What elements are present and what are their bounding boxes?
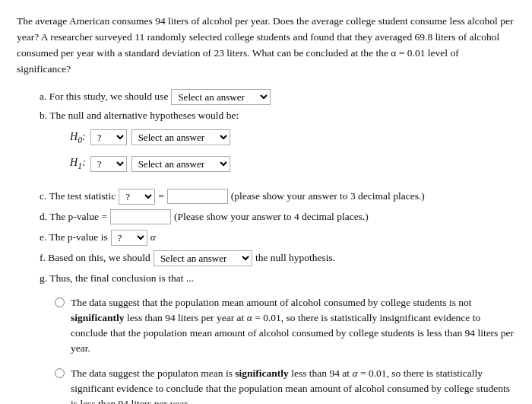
h1-symbol: H1: bbox=[70, 154, 86, 174]
part-d-row: d. The p-value = (Please show your answe… bbox=[40, 208, 515, 226]
part-c-hint: (please show your answer to 3 decimal pl… bbox=[231, 188, 425, 205]
intro-text: The average American consumes 94 liters … bbox=[17, 14, 515, 78]
part-e-label: e. The p-value is bbox=[40, 229, 108, 247]
conclusion-options: The data suggest that the population mea… bbox=[55, 295, 515, 405]
part-a-row: a. For this study, we should use Select … bbox=[40, 88, 515, 106]
h1-row: H1: ? = ≠ < > ≤ ≥ Select an answer μ = 9… bbox=[70, 154, 515, 174]
part-a-label: a. For this study, we should use bbox=[40, 88, 168, 106]
part-c-input[interactable] bbox=[167, 189, 228, 204]
part-e-row: e. The p-value is ? < > = α bbox=[40, 229, 515, 247]
h0-row: H0: ? = ≠ < > ≤ ≥ Select an answer μ = 9… bbox=[70, 128, 515, 148]
part-e-alpha: α bbox=[150, 229, 156, 247]
h1-answer-select[interactable]: Select an answer μ = 94 μ ≠ 94 μ < 94 μ … bbox=[131, 156, 230, 172]
part-c-label: c. The test statistic bbox=[40, 188, 116, 205]
option-1-radio[interactable] bbox=[55, 297, 65, 307]
part-f-label: f. Based on this, we should bbox=[40, 250, 150, 267]
h0-answer-select[interactable]: Select an answer μ = 94 μ ≠ 94 μ < 94 μ … bbox=[131, 129, 230, 145]
part-d-input[interactable] bbox=[110, 209, 171, 224]
part-e-select[interactable]: ? < > = bbox=[111, 230, 147, 246]
part-g-label: g. Thus, the final conclusion is that ..… bbox=[40, 270, 194, 288]
part-f-suffix: the null hypothesis. bbox=[255, 250, 335, 267]
part-g-label-row: g. Thus, the final conclusion is that ..… bbox=[40, 270, 515, 288]
h0-operator-select[interactable]: ? = ≠ < > ≤ ≥ bbox=[90, 129, 127, 145]
part-b-label: b. The null and alternative hypotheses w… bbox=[40, 107, 239, 125]
part-c-equals: = bbox=[158, 188, 164, 205]
part-c-stat-select[interactable]: ? t z F χ² bbox=[119, 189, 155, 205]
part-f-row: f. Based on this, we should Select an an… bbox=[40, 250, 515, 267]
part-d-hint: (Please show your answer to 4 decimal pl… bbox=[174, 208, 369, 226]
part-c-row: c. The test statistic ? t z F χ² = (plea… bbox=[40, 188, 515, 205]
part-d-label: d. The p-value = bbox=[40, 208, 107, 226]
part-a-select[interactable]: Select an answer a one-sample t-test a o… bbox=[171, 89, 271, 105]
option-2-item: The data suggest the populaton mean is s… bbox=[55, 366, 515, 405]
option-1-text: The data suggest that the population mea… bbox=[71, 295, 515, 357]
option-2-text: The data suggest the populaton mean is s… bbox=[71, 366, 515, 405]
part-b-label-row: b. The null and alternative hypotheses w… bbox=[40, 107, 515, 125]
h1-operator-select[interactable]: ? = ≠ < > ≤ ≥ bbox=[90, 156, 127, 172]
h0-symbol: H0: bbox=[70, 128, 86, 148]
part-f-select[interactable]: Select an answer reject fail to reject a… bbox=[154, 250, 252, 266]
option-2-radio[interactable] bbox=[55, 368, 65, 378]
option-1-item: The data suggest that the population mea… bbox=[55, 295, 515, 357]
